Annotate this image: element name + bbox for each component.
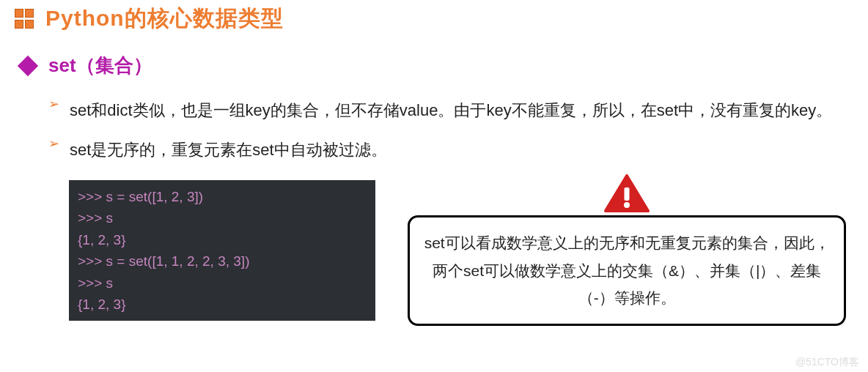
code-line: {1, 2, 3} — [78, 294, 367, 315]
subtitle-row: set（集合） — [21, 53, 846, 78]
diamond-bullet-icon — [18, 55, 38, 75]
page-title: Python的核心数据类型 — [45, 4, 284, 34]
grid-squares-icon — [15, 9, 35, 29]
arrow-bullet-icon: ➢ — [48, 96, 59, 112]
lower-section: >>> s = set([1, 2, 3]) >>> s {1, 2, 3} >… — [69, 180, 846, 326]
bullet-text: set和dict类似，也是一组key的集合，但不存储value。由于key不能重… — [70, 93, 832, 128]
code-block: >>> s = set([1, 2, 3]) >>> s {1, 2, 3} >… — [69, 180, 375, 321]
list-item: ➢ set是无序的，重复元素在set中自动被过滤。 — [48, 133, 846, 168]
code-line: >>> s — [78, 207, 367, 228]
callout-box: set可以看成数学意义上的无序和无重复元素的集合，因此，两个set可以做数学意义… — [408, 215, 846, 326]
callout-wrapper: set可以看成数学意义上的无序和无重复元素的集合，因此，两个set可以做数学意义… — [408, 183, 846, 326]
code-line: >>> s — [78, 272, 367, 294]
section-subtitle: set（集合） — [48, 53, 152, 78]
arrow-bullet-icon: ➢ — [48, 135, 59, 152]
code-line: >>> s = set([1, 2, 3]) — [78, 186, 367, 207]
bullet-list: ➢ set和dict类似，也是一组key的集合，但不存储value。由于key不… — [48, 93, 846, 168]
watermark: @51CTO博客 — [795, 356, 859, 369]
warning-icon — [604, 174, 650, 217]
list-item: ➢ set和dict类似，也是一组key的集合，但不存储value。由于key不… — [48, 93, 846, 128]
bullet-text: set是无序的，重复元素在set中自动被过滤。 — [70, 133, 387, 168]
title-row: Python的核心数据类型 — [15, 4, 846, 34]
svg-point-1 — [624, 202, 630, 208]
code-line: {1, 2, 3} — [78, 229, 367, 250]
svg-rect-0 — [625, 187, 630, 201]
code-line: >>> s = set([1, 1, 2, 2, 3, 3]) — [78, 250, 367, 272]
